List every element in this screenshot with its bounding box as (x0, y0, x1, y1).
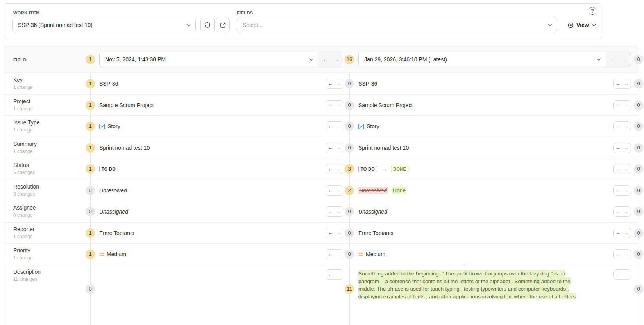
field-value: Unresolved (99, 186, 127, 195)
field-change-count: 11 changes (13, 277, 37, 282)
chevron-down-icon (186, 24, 191, 27)
arrow-left-icon[interactable]: ← (328, 145, 333, 150)
workitem-label: WORK ITEM (13, 11, 40, 15)
change-count-badge: 0 (634, 250, 643, 259)
field-value: Sprint nomad test 10 (358, 143, 409, 153)
field-value: TO DO→DONE (358, 164, 408, 174)
value-step-arrows: ←→ (613, 164, 631, 174)
field-row-summary: Summary1 change1Sprint nomad test 10←→0S… (4, 137, 638, 159)
change-count-badge: 0 (345, 122, 354, 131)
arrow-left-icon[interactable]: ← (328, 188, 333, 193)
help-button[interactable]: ? (589, 7, 596, 15)
chevron-down-icon (309, 58, 313, 61)
field-change-count: 0 change (13, 212, 32, 218)
field-change-count: 1 change (13, 106, 32, 111)
change-count-badge: 0 (634, 186, 643, 195)
field-change-count: 1 change (13, 127, 32, 133)
change-count-badge: 1 (86, 101, 95, 110)
help-button-label: ? (591, 8, 594, 14)
snapshot-1-date: Nov 5, 2024, 1:43:38 PM (105, 56, 309, 63)
value-step-arrows: ←→ (326, 185, 343, 196)
arrow-right-icon: → (624, 102, 629, 108)
arrow-right-icon: → (621, 57, 627, 63)
arrow-left-icon[interactable]: ← (615, 124, 621, 129)
arrow-left-icon[interactable]: ← (615, 230, 621, 235)
value-step-arrows: ←→ (613, 79, 631, 89)
arrow-right-icon: → (624, 188, 629, 193)
snapshot-2-date: Jan 29, 2026, 3:46:10 PM (Latest) (364, 56, 597, 63)
change-count-badge: 1 (86, 164, 95, 174)
arrow-left-icon[interactable]: ← (615, 167, 621, 172)
arrow-right-icon: → (336, 230, 341, 235)
arrow-left-icon[interactable]: ← (328, 102, 333, 108)
field-name: Project (13, 98, 30, 104)
value-step-arrows: ←→ (326, 249, 343, 259)
change-count-badge: 0 (634, 143, 643, 153)
field-value: SSP-36 (99, 79, 118, 88)
field-value-label: Medium (366, 251, 385, 257)
change-count-badge: 0 (345, 250, 354, 259)
arrow-right-icon[interactable]: → (333, 57, 339, 63)
field-value: Unassigned (358, 207, 387, 216)
fields-select[interactable]: Select... (237, 18, 557, 32)
arrow-left-icon[interactable]: ← (328, 230, 333, 235)
field-value: Sample Scrum Project (358, 101, 413, 110)
arrow-right-icon: → (624, 81, 629, 86)
field-value: Unassigned (99, 207, 128, 216)
arrow-left-icon[interactable]: ← (615, 272, 621, 277)
change-count-badge: 0 (86, 207, 95, 216)
snapshot-2-date-dropdown[interactable]: Jan 29, 2026, 3:46:10 PM (Latest) (359, 52, 606, 67)
field-row-project: Project1 change1Sample Scrum Project←→0S… (4, 95, 638, 116)
change-count-badge: 0 (86, 186, 95, 195)
arrow-right-icon: → (624, 209, 629, 214)
change-count-badge: 0 (634, 284, 643, 294)
open-in-new-button[interactable] (216, 18, 230, 32)
story-icon (99, 124, 105, 129)
arrow-left-icon[interactable]: ← (328, 167, 333, 172)
field-value: Sample Scrum Project (99, 101, 154, 110)
arrow-left-icon[interactable]: ← (328, 124, 333, 129)
arrow-left-icon[interactable]: ← (615, 188, 621, 193)
arrow-right-icon: → (336, 124, 341, 129)
field-value: Emre Toptancı (99, 228, 134, 238)
arrow-left-icon[interactable]: ← (615, 252, 621, 257)
field-value: Story (99, 122, 120, 131)
arrow-left-icon[interactable]: ← (610, 57, 616, 63)
snapshot-1-change-badge: 1 (86, 55, 95, 64)
status-lozenge: TO DO (99, 166, 118, 172)
snapshot-1-date-dropdown[interactable]: Nov 5, 2024, 1:43:38 PM (100, 52, 318, 67)
open-in-new-icon (220, 22, 226, 28)
field-name: Resolution (13, 183, 39, 190)
field-value: Emre Toptancı (358, 228, 394, 238)
arrow-left-icon[interactable]: ← (615, 81, 621, 86)
text-cursor-pointer (463, 264, 467, 274)
value-step-arrows: ←→ (326, 269, 343, 280)
added-text: Something added to the beginning. " The … (358, 270, 576, 299)
arrow-left-icon[interactable]: ← (323, 57, 329, 63)
arrow-left-icon[interactable]: ← (328, 252, 333, 257)
arrow-left-icon[interactable]: ← (615, 102, 621, 108)
arrow-right-icon: → (336, 272, 341, 277)
arrow-left-icon: ← (328, 209, 333, 214)
value-step-arrows: ←→ (613, 206, 631, 217)
view-button[interactable]: View (568, 18, 596, 32)
field-name: Status (13, 162, 29, 168)
change-count-badge: 1 (86, 228, 95, 238)
change-count-badge: 0 (345, 101, 354, 110)
field-value: UnresolvedDone (358, 186, 406, 195)
field-value: Story (358, 122, 379, 131)
snapshot-3-change-badge: 0 (634, 55, 643, 64)
arrow-left-icon[interactable]: ← (328, 272, 333, 277)
change-count-badge: 0 (634, 79, 643, 88)
value-step-arrows: ←→ (613, 185, 631, 196)
workitem-select[interactable]: SSP-36 (Sprint nomad test 10) (12, 18, 196, 32)
arrow-left-icon[interactable]: ← (328, 81, 333, 86)
snapshot-1-step-arrows: ←→ (318, 52, 343, 67)
change-count-badge: 0 (345, 228, 354, 238)
arrow-left-icon[interactable]: ← (615, 145, 621, 150)
field-change-count: 3 changes (13, 191, 35, 197)
fields-select-placeholder: Select... (243, 22, 548, 28)
refresh-button[interactable] (200, 18, 215, 32)
field-change-count: 1 change (13, 84, 32, 90)
view-button-label: View (576, 22, 589, 28)
